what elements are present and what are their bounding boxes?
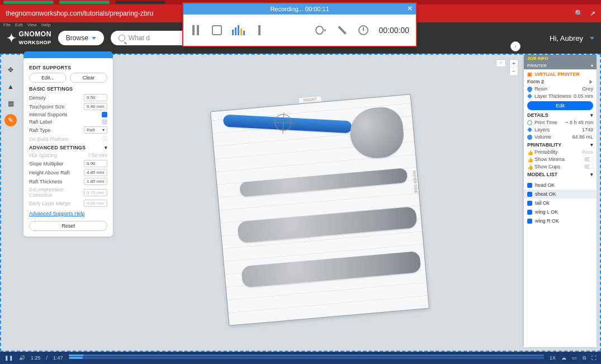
model-wing-r[interactable] xyxy=(241,251,421,288)
internal-checkbox[interactable] xyxy=(102,112,107,117)
transform-gizmo[interactable] xyxy=(275,114,292,131)
recorder-title-bar[interactable]: Recording... 00:00:11 ✕ xyxy=(183,3,416,15)
marker-icon[interactable] xyxy=(254,25,265,36)
build-plate[interactable]: FRONT WIPER SIDE xyxy=(124,72,471,340)
section-modellist[interactable]: MODEL LIST▾ xyxy=(527,172,593,177)
layers-icon xyxy=(527,127,532,133)
tool-strip: ✥ ▲ ▦ ✎ xyxy=(4,64,17,126)
section-advanced[interactable]: ADVANCED SETTINGS▾ xyxy=(29,145,107,150)
clear-supports-button[interactable]: Clear xyxy=(70,73,107,83)
layers-icon xyxy=(527,94,532,99)
tool-edit-icon[interactable]: ✎ xyxy=(4,114,17,126)
info-icon[interactable]: ⓘ xyxy=(102,135,107,143)
model-tail[interactable] xyxy=(239,168,408,197)
menu-help[interactable]: Help xyxy=(41,22,50,27)
menu-edit[interactable]: Edit xyxy=(15,22,23,27)
raftthick-input[interactable]: 1.85 mm xyxy=(84,178,107,185)
model-item[interactable]: wing R OK xyxy=(524,216,597,225)
cc-icon[interactable]: ☁ xyxy=(561,355,566,361)
current-time: 1:25 xyxy=(31,355,41,361)
virtual-printer-label: ▣VIRTUAL PRINTER xyxy=(527,72,593,77)
help-link[interactable]: Advanced Supports Help xyxy=(29,211,85,216)
collapse-right-icon[interactable]: › xyxy=(510,41,520,51)
settings-icon[interactable]: ▭ xyxy=(572,355,577,361)
menu-file[interactable]: File xyxy=(3,22,11,27)
pip-icon[interactable]: ⧉ xyxy=(583,355,586,361)
volume-icon[interactable]: 🔊 xyxy=(19,355,25,361)
touchpoint-input[interactable]: 0.40 mm xyxy=(84,103,107,110)
model-item[interactable]: sheat OK xyxy=(524,190,597,198)
tab[interactable] xyxy=(59,1,110,4)
rafttype-select[interactable]: Raft▾ xyxy=(84,126,107,134)
cups-toggle[interactable] xyxy=(584,164,593,169)
reset-button[interactable]: Reset xyxy=(29,221,107,231)
tool-layout-icon[interactable]: ▦ xyxy=(4,97,17,110)
thumb-icon: 👍 xyxy=(527,164,532,169)
tab[interactable] xyxy=(3,1,54,4)
url-text[interactable]: thegnomonworkshop.com/tutorials/preparin… xyxy=(6,10,153,17)
camera-reset-button[interactable]: ⌂ xyxy=(496,59,506,67)
model-checkbox[interactable] xyxy=(527,192,532,197)
section-details[interactable]: DETAILS▾ xyxy=(527,112,593,118)
volume-icon xyxy=(527,135,532,140)
height-input[interactable]: 4.85 mm xyxy=(84,169,107,176)
model-wing-l[interactable] xyxy=(237,206,417,243)
user-greeting[interactable]: Hi, Aubrey xyxy=(550,34,583,42)
printer-select[interactable]: Form 2 xyxy=(527,79,593,84)
tool-support-icon[interactable]: ▲ xyxy=(4,81,17,93)
supports-panel: EDIT SUPPORTS Edit... Clear BASIC SETTIN… xyxy=(23,58,113,237)
chevron-down-icon xyxy=(92,37,96,40)
slope-input[interactable]: 0.90 xyxy=(84,160,107,167)
chevron-down-icon[interactable]: ▾ xyxy=(591,63,593,68)
progress-bar[interactable] xyxy=(69,357,544,359)
viewport[interactable]: › ✥ ▲ ▦ ✎ EDIT SUPPORTS Edit... Clear BA… xyxy=(0,54,601,352)
stop-button[interactable] xyxy=(211,25,223,36)
edit-supports-button[interactable]: Edit... xyxy=(29,73,67,83)
share-icon[interactable]: ↗ xyxy=(590,10,595,17)
clock-icon xyxy=(358,25,369,36)
menu-view[interactable]: View xyxy=(27,22,37,27)
close-icon[interactable]: ✕ xyxy=(407,4,413,12)
printer-head: PRINTER xyxy=(527,63,547,68)
app-menu: File Edit View Help xyxy=(3,22,50,27)
tab[interactable] xyxy=(115,1,165,4)
section-printability[interactable]: PRINTABILITY▾ xyxy=(527,142,593,148)
model-checkbox[interactable] xyxy=(527,219,532,224)
search-icon xyxy=(119,35,125,41)
fullscreen-icon[interactable]: ⛶ xyxy=(591,355,597,361)
zoom-control: + − xyxy=(509,59,518,76)
zoom-in-button[interactable]: + xyxy=(510,60,518,68)
model-item[interactable]: tail Ok xyxy=(524,198,597,207)
tool-cursor-icon[interactable]: ✥ xyxy=(4,64,17,76)
edit-printer-button[interactable]: Edit xyxy=(527,101,593,110)
panel-tab xyxy=(23,51,113,58)
zoom-icon[interactable]: 🔍 xyxy=(575,10,583,17)
model-item[interactable]: wing L OK xyxy=(524,207,597,216)
medal-icon[interactable]: ▾ xyxy=(315,25,326,36)
thumb-icon: 👍 xyxy=(527,150,532,155)
density-input[interactable]: 0.50 xyxy=(84,94,107,101)
model-checkbox[interactable] xyxy=(527,201,532,206)
model-item[interactable]: head OK xyxy=(524,181,597,190)
pencil-icon[interactable] xyxy=(337,25,348,36)
recorder-window: Recording... 00:00:11 ✕ ▾ 00:00:00 xyxy=(182,2,417,47)
model-sheat[interactable] xyxy=(223,114,352,133)
model-checkbox[interactable] xyxy=(527,210,532,215)
play-button[interactable]: ❚❚ xyxy=(4,355,13,361)
chevron-down-icon[interactable] xyxy=(590,37,594,40)
recorder-title: Recording... 00:00:11 xyxy=(270,6,329,12)
section-basic: BASIC SETTINGS xyxy=(29,86,107,92)
browse-button[interactable]: Browse xyxy=(58,31,104,45)
clock-icon xyxy=(527,120,532,125)
zoom-out-button[interactable]: − xyxy=(510,68,518,75)
side-label: WIPER SIDE xyxy=(412,171,418,194)
duration: 1:47 xyxy=(53,355,63,361)
model-checkbox[interactable] xyxy=(527,183,532,188)
model-head[interactable] xyxy=(348,106,405,160)
speed-button[interactable]: 1X xyxy=(550,355,556,361)
minima-toggle[interactable] xyxy=(584,157,593,162)
raftlabel-checkbox[interactable] xyxy=(102,119,107,125)
levels-icon[interactable] xyxy=(233,25,244,36)
pause-button[interactable] xyxy=(190,25,201,36)
gnomon-logo[interactable]: ✦GNOMONWORKSHOP xyxy=(7,29,51,48)
